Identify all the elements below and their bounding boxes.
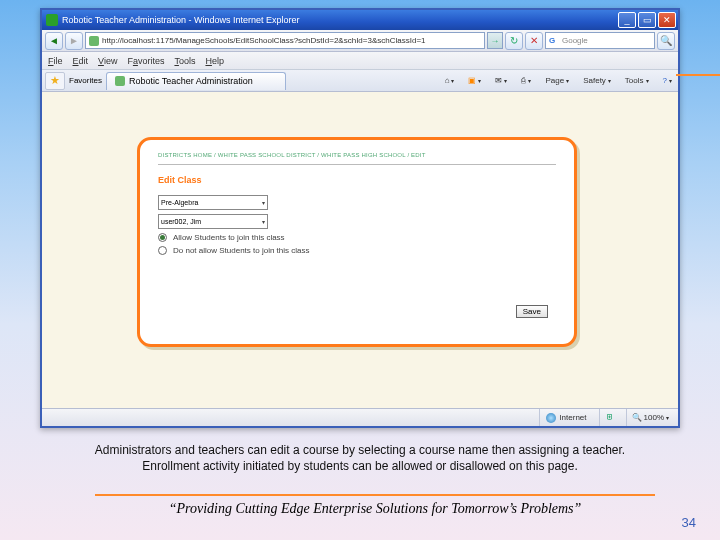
zoom-control[interactable]: 🔍 100% ▾: [626, 409, 674, 426]
close-button[interactable]: ✕: [658, 12, 676, 28]
tools-menu[interactable]: Tools▾: [622, 76, 652, 85]
home-icon: ⌂: [445, 76, 450, 85]
print-button[interactable]: ⎙▾: [518, 76, 534, 85]
radio-allow[interactable]: [158, 233, 167, 242]
menu-file[interactable]: File: [48, 56, 63, 66]
menu-help[interactable]: Help: [205, 56, 224, 66]
help-icon: ?: [663, 76, 667, 85]
tab-active[interactable]: Robotic Teacher Administration: [106, 72, 286, 90]
shield-icon: ⛨: [606, 413, 614, 422]
forward-button[interactable]: ►: [65, 32, 83, 50]
caption-line-1: Administrators and teachers can edit a c…: [30, 442, 690, 458]
accent-line: [676, 74, 720, 76]
save-button[interactable]: Save: [516, 305, 548, 318]
command-bar: ⌂▾ ▣▾ ✉▾ ⎙▾ Page▾ Safety▾ Tools▾ ?▾: [442, 76, 675, 85]
course-select-value: Pre-Algebra: [161, 199, 198, 206]
window-title: Robotic Teacher Administration - Windows…: [62, 15, 618, 25]
maximize-button[interactable]: ▭: [638, 12, 656, 28]
zoom-icon: 🔍: [632, 413, 642, 422]
rss-icon: ▣: [468, 76, 476, 85]
slide-caption: Administrators and teachers can edit a c…: [30, 442, 690, 474]
refresh-button[interactable]: ↻: [505, 32, 523, 50]
caption-line-2: Enrollment activity initiated by student…: [30, 458, 690, 474]
slide-tagline: “Providing Cutting Edge Enterprise Solut…: [95, 494, 655, 517]
browser-window: Robotic Teacher Administration - Windows…: [40, 8, 680, 428]
menu-favorites[interactable]: Favorites: [127, 56, 164, 66]
status-bar: Internet ⛨ 🔍 100% ▾: [42, 408, 678, 426]
feeds-button[interactable]: ▣▾: [465, 76, 484, 85]
radio-disallow-row[interactable]: Do not allow Students to join this class: [158, 246, 556, 255]
menu-edit[interactable]: Edit: [73, 56, 89, 66]
menu-view[interactable]: View: [98, 56, 117, 66]
radio-disallow[interactable]: [158, 246, 167, 255]
tab-bar: ★ Favorites Robotic Teacher Administrati…: [42, 70, 678, 92]
radio-allow-label: Allow Students to join this class: [173, 233, 285, 242]
site-favicon-icon: [89, 36, 99, 46]
navigation-bar: ◄ ► http://localhost:1175/ManageSchools/…: [42, 30, 678, 52]
window-controls: _ ▭ ✕: [618, 12, 676, 28]
breadcrumb[interactable]: DISTRICTS HOME / WHITE PASS SCHOOL DISTR…: [158, 152, 556, 165]
help-button[interactable]: ?▾: [660, 76, 675, 85]
app-favicon: [46, 14, 58, 26]
stop-button[interactable]: ✕: [525, 32, 543, 50]
course-select[interactable]: Pre-Algebra ▾: [158, 195, 268, 210]
page-content: DISTRICTS HOME / WHITE PASS SCHOOL DISTR…: [42, 92, 678, 408]
chevron-down-icon: ▾: [666, 414, 669, 421]
url-text: http://localhost:1175/ManageSchools/Edit…: [102, 36, 426, 45]
address-bar[interactable]: http://localhost:1175/ManageSchools/Edit…: [85, 32, 485, 49]
page-menu[interactable]: Page▾: [542, 76, 572, 85]
titlebar: Robotic Teacher Administration - Windows…: [42, 10, 678, 30]
mail-button[interactable]: ✉▾: [492, 76, 510, 85]
teacher-select[interactable]: user002, Jim ▾: [158, 214, 268, 229]
star-icon: ★: [50, 74, 60, 87]
back-button[interactable]: ◄: [45, 32, 63, 50]
radio-allow-row[interactable]: Allow Students to join this class: [158, 233, 556, 242]
favorites-label[interactable]: Favorites: [69, 76, 102, 85]
teacher-select-value: user002, Jim: [161, 218, 201, 225]
search-go-button[interactable]: 🔍: [657, 32, 675, 50]
minimize-button[interactable]: _: [618, 12, 636, 28]
mail-icon: ✉: [495, 76, 502, 85]
radio-disallow-label: Do not allow Students to join this class: [173, 246, 310, 255]
globe-icon: [546, 413, 556, 423]
favorites-button[interactable]: ★: [45, 72, 65, 90]
tab-favicon-icon: [115, 76, 125, 86]
page-number: 34: [682, 515, 696, 530]
go-button[interactable]: →: [487, 32, 503, 49]
search-box[interactable]: Google: [545, 32, 655, 49]
panel-title: Edit Class: [158, 175, 556, 185]
chevron-down-icon: ▾: [262, 199, 265, 206]
safety-menu[interactable]: Safety▾: [580, 76, 614, 85]
search-placeholder: Google: [562, 36, 588, 45]
chevron-down-icon: ▾: [262, 218, 265, 225]
print-icon: ⎙: [521, 76, 526, 85]
menu-bar: File Edit View Favorites Tools Help: [42, 52, 678, 70]
home-button[interactable]: ⌂▾: [442, 76, 458, 85]
edit-class-panel: DISTRICTS HOME / WHITE PASS SCHOOL DISTR…: [137, 137, 577, 347]
zone-label: Internet: [559, 413, 586, 422]
tab-title: Robotic Teacher Administration: [129, 76, 253, 86]
security-zone[interactable]: Internet: [539, 409, 592, 426]
zoom-value: 100%: [644, 413, 664, 422]
menu-tools[interactable]: Tools: [174, 56, 195, 66]
protected-mode[interactable]: ⛨: [599, 409, 620, 426]
google-icon: [549, 36, 559, 46]
